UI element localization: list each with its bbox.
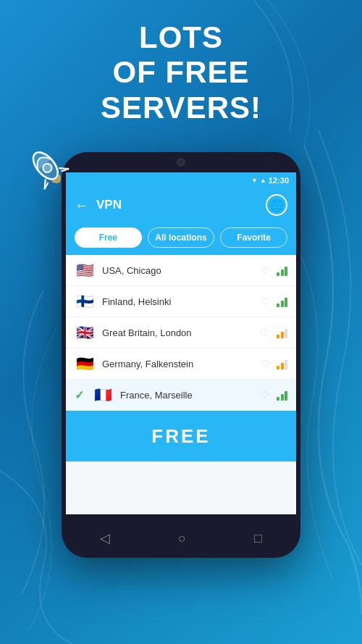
free-label: FREE <box>151 425 210 448</box>
flag-france: 🇫🇷 <box>93 388 113 402</box>
favorite-germany[interactable]: ♡ <box>260 358 269 369</box>
bar3 <box>285 329 287 338</box>
status-time: 12:30 <box>269 176 289 185</box>
selected-check: ✓ <box>75 388 84 402</box>
signal-france <box>277 389 287 401</box>
globe-button[interactable]: 🌐 <box>266 194 287 216</box>
status-icons: ▼ ▲ 12:30 <box>251 176 289 185</box>
phone-screen: ▼ ▲ 12:30 ← VPN 🌐 Free All locations Fav… <box>66 172 296 514</box>
header-title: VPN <box>96 198 258 212</box>
bar2 <box>281 394 284 401</box>
server-item-france[interactable]: ✓ 🇫🇷 France, Marseille ♡ <box>66 380 296 411</box>
bar1 <box>277 335 279 338</box>
signal-usa <box>277 264 287 276</box>
signal-gb <box>277 327 287 338</box>
favorite-usa[interactable]: ♡ <box>260 264 269 276</box>
bar3 <box>285 360 287 369</box>
bar3 <box>285 391 287 401</box>
tabs-bar: Free All locations Favorite <box>66 222 296 255</box>
favorite-gb[interactable]: ♡ <box>260 327 269 338</box>
bar3 <box>285 298 287 307</box>
server-list: 🇺🇸 USA, Chicago ♡ 🇫🇮 Finland, Helsinki ♡ <box>66 255 296 411</box>
app-header: ← VPN 🌐 <box>66 188 296 222</box>
bar1 <box>277 366 279 369</box>
phone-frame: ▼ ▲ 12:30 ← VPN 🌐 Free All locations Fav… <box>62 152 300 558</box>
server-name-france: France, Marseille <box>120 390 253 401</box>
headline-line2: of free <box>112 55 249 89</box>
tab-favorite[interactable]: Favorite <box>220 227 287 248</box>
tab-free[interactable]: Free <box>75 227 142 248</box>
flag-gb: 🇬🇧 <box>75 325 95 340</box>
headline-line3: servers! <box>101 91 261 125</box>
headline: Lots of free servers! <box>0 20 362 125</box>
nav-home[interactable]: ○ <box>178 531 186 546</box>
phone-top-bar <box>62 152 300 172</box>
tab-all-locations[interactable]: All locations <box>148 227 215 248</box>
phone-camera <box>177 158 185 167</box>
signal-finland <box>277 296 287 307</box>
server-item-usa[interactable]: 🇺🇸 USA, Chicago ♡ <box>66 255 296 286</box>
server-item-finland[interactable]: 🇫🇮 Finland, Helsinki ♡ <box>66 286 296 317</box>
rocket-icon <box>20 141 78 199</box>
flag-germany: 🇩🇪 <box>75 356 95 371</box>
phone-nav: ◁ ○ □ <box>66 519 296 558</box>
nav-recents[interactable]: □ <box>254 531 262 546</box>
headline-line1: Lots <box>139 20 223 54</box>
bar1 <box>277 304 279 307</box>
bar2 <box>281 301 284 307</box>
wifi-icon: ▼ <box>251 177 258 184</box>
bar2 <box>281 363 284 369</box>
server-name-gb: Great Britain, London <box>102 327 253 338</box>
bar1 <box>277 272 279 276</box>
bar2 <box>281 332 284 338</box>
server-name-usa: USA, Chicago <box>102 265 253 276</box>
bar1 <box>277 397 279 401</box>
flag-finland: 🇫🇮 <box>75 294 95 309</box>
free-section: FREE <box>66 411 296 461</box>
bar2 <box>281 269 284 276</box>
status-bar: ▼ ▲ 12:30 <box>66 172 296 188</box>
server-name-finland: Finland, Helsinki <box>102 296 253 307</box>
bar3 <box>285 267 287 276</box>
favorite-finland[interactable]: ♡ <box>260 296 269 307</box>
nav-back[interactable]: ◁ <box>100 530 110 546</box>
favorite-france[interactable]: ♡ <box>260 389 269 401</box>
server-item-gb[interactable]: 🇬🇧 Great Britain, London ♡ <box>66 317 296 348</box>
server-item-germany[interactable]: 🇩🇪 Germany, Falkenstein ♡ <box>66 348 296 380</box>
flag-usa: 🇺🇸 <box>75 263 95 277</box>
signal-icon: ▲ <box>260 177 266 184</box>
server-name-germany: Germany, Falkenstein <box>102 359 253 369</box>
signal-germany <box>277 358 287 369</box>
